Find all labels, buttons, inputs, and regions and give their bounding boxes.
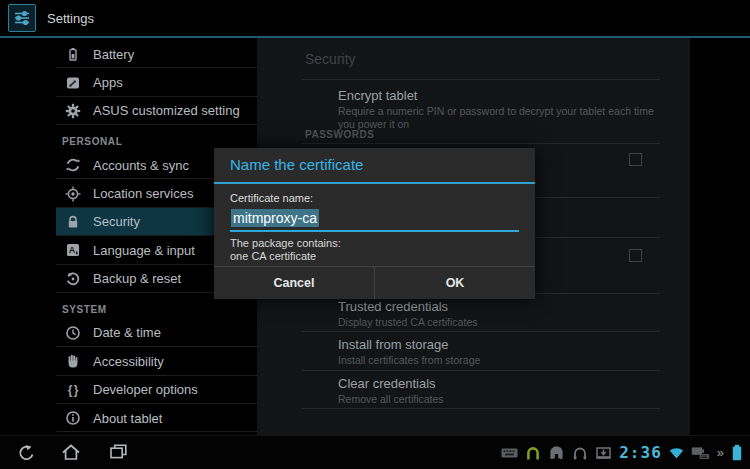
- dialog-button-bar: Cancel OK: [214, 266, 535, 299]
- sliders-icon: [13, 9, 31, 27]
- sidebar-item-label: Apps: [93, 75, 123, 90]
- clock-icon: [64, 324, 81, 341]
- system-bar: 2:36 »: [0, 435, 750, 469]
- home-button[interactable]: [61, 443, 81, 462]
- certificate-name-input[interactable]: mitmproxy-ca: [230, 207, 519, 232]
- backup-icon: [64, 270, 81, 287]
- clock-time: 2:36: [619, 443, 662, 462]
- sidebar-item-label: Security: [93, 214, 140, 229]
- location-icon: [64, 185, 81, 202]
- pref-title: Encrypt tablet: [338, 88, 660, 103]
- content-title: Security: [302, 38, 660, 80]
- apps-icon: [64, 74, 81, 91]
- info-icon: [64, 410, 81, 427]
- sidebar-item-asus-customized-setting[interactable]: ASUS customized setting: [56, 97, 257, 125]
- name-certificate-dialog: Name the certificate Certificate name: m…: [214, 148, 535, 299]
- pref-title: Clear credentials: [338, 376, 660, 391]
- recent-apps-button[interactable]: [108, 443, 128, 462]
- back-button[interactable]: [16, 443, 36, 462]
- certificate-name-label: Certificate name:: [230, 192, 519, 204]
- headset-icon: [572, 445, 588, 461]
- settings-screen: Settings Battery Apps ASUS customize: [0, 0, 750, 469]
- pref-title: Install from storage: [338, 337, 660, 352]
- credential-storage-rows: Trusted credentials Display trusted CA c…: [302, 293, 660, 409]
- chevrons-icon: »: [717, 446, 724, 459]
- pref-clear-credentials[interactable]: Clear credentials Remove all certificate…: [302, 371, 660, 409]
- pref-install-from-storage[interactable]: Install from storage Install certificate…: [302, 332, 660, 370]
- package-contents-line: one CA certificate: [230, 250, 519, 263]
- sidebar-item-label: ASUS customized setting: [93, 103, 240, 118]
- status-tray[interactable]: 2:36 »: [501, 436, 743, 469]
- sidebar-item-accessibility[interactable]: Accessibility: [56, 347, 257, 375]
- lock-icon: [64, 213, 81, 230]
- sidebar-item-battery[interactable]: Battery: [56, 40, 257, 68]
- sidebar-item-about-tablet[interactable]: About tablet: [56, 404, 257, 432]
- keyboard-icon: [501, 447, 518, 459]
- dock-battery-icon: [691, 445, 710, 460]
- sidebar-item-apps[interactable]: Apps: [56, 68, 257, 96]
- sidebar-item-label: Language & input: [93, 243, 195, 258]
- sidebar-item-label: About tablet: [93, 411, 162, 426]
- sidebar-item-developer-options[interactable]: { } Developer options: [56, 376, 257, 404]
- cancel-button[interactable]: Cancel: [214, 267, 374, 299]
- sidebar-item-label: Date & time: [93, 325, 161, 340]
- pref-subtitle: Display trusted CA certificates: [338, 316, 660, 329]
- sidebar-item-label: Accessibility: [93, 354, 164, 369]
- dialog-title: Name the certificate: [214, 148, 535, 182]
- page-title: Settings: [47, 11, 94, 26]
- pref-trusted-credentials[interactable]: Trusted credentials Display trusted CA c…: [302, 294, 660, 332]
- package-contains-line: The package contains:: [230, 237, 519, 250]
- sidebar-item-label: Location services: [93, 186, 193, 201]
- sidebar-item-label: Accounts & sync: [93, 158, 189, 173]
- settings-app-icon[interactable]: [8, 4, 36, 32]
- unknown-sources-checkbox[interactable]: [629, 249, 642, 262]
- sidebar-item-label: Battery: [93, 47, 134, 62]
- wifi-icon: [669, 446, 684, 459]
- action-bar: Settings: [0, 0, 750, 36]
- sync-icon: [64, 157, 81, 174]
- ok-button[interactable]: OK: [374, 267, 535, 299]
- pref-subtitle: Install certificates from storage: [338, 354, 660, 367]
- headphones-icon: [548, 445, 565, 461]
- svg-text:A: A: [68, 246, 75, 256]
- gear-icon: [64, 102, 81, 119]
- home-icon: [61, 443, 81, 462]
- pref-subtitle: Remove all certificates: [338, 393, 660, 406]
- accessibility-hand-icon: [64, 353, 81, 370]
- recents-icon: [109, 443, 128, 462]
- braces-icon: { }: [64, 381, 81, 398]
- battery-icon: [64, 46, 81, 63]
- battery-icon-status: [731, 444, 743, 461]
- pref-title: Trusted credentials: [338, 299, 660, 314]
- make-passwords-visible-checkbox[interactable]: [629, 153, 642, 166]
- download-tray-icon: [595, 445, 612, 461]
- sidebar-item-date-time[interactable]: Date & time: [56, 319, 257, 347]
- selected-input-text: mitmproxy-ca: [231, 209, 319, 227]
- sidebar-item-label: Backup & reset: [93, 271, 181, 286]
- dialog-body: Certificate name: mitmproxy-ca The packa…: [214, 184, 535, 266]
- back-icon: [17, 443, 36, 462]
- language-icon: A: [64, 242, 81, 259]
- usb-debugging-android-icon: [525, 445, 541, 461]
- pref-encrypt-tablet[interactable]: Encrypt tablet Require a numeric PIN or …: [302, 80, 660, 125]
- sidebar-item-label: Developer options: [93, 382, 198, 397]
